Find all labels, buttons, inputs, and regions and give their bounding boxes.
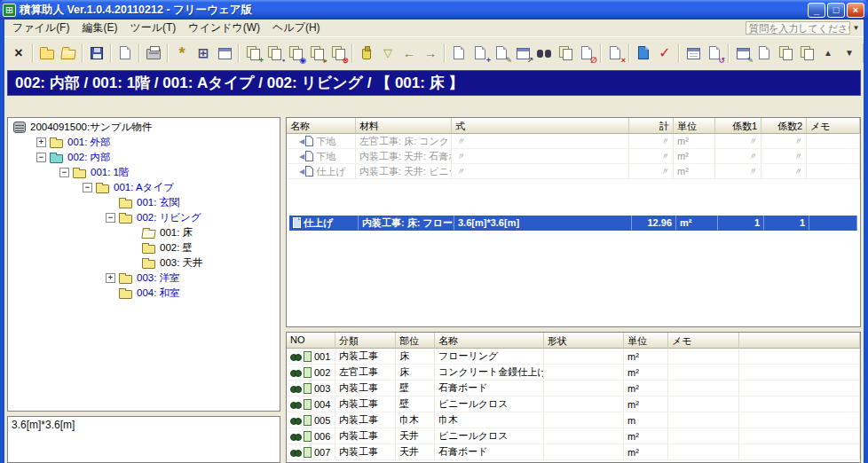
maximize-button[interactable]: □ [827, 3, 845, 18]
menu-item-0[interactable]: ファイル(F) [6, 20, 75, 37]
master-row[interactable]: 003内装工事壁石膏ボードm² [287, 381, 860, 396]
item-block-button[interactable]: ∅ [576, 43, 597, 64]
tree-node-9[interactable]: 003: 天井 [10, 255, 280, 271]
refresh-document-button[interactable]: ↺ [704, 43, 725, 64]
delete-x-button[interactable]: × [8, 43, 29, 64]
cell-text: m² [627, 399, 639, 410]
column-header-blank[interactable] [739, 333, 860, 349]
master-row[interactable]: 002左官工事床コンクリート金鏝仕上げm² [287, 365, 860, 381]
minimize-button[interactable]: _ [808, 3, 825, 18]
item-properties-button[interactable]: ↗ [512, 43, 533, 64]
open-folder-icon [141, 230, 155, 239]
calculator-button[interactable]: ⊞ [193, 43, 214, 64]
help-question-input[interactable]: 質問を入力してください [746, 21, 850, 35]
menu-item-1[interactable]: 編集(E) [75, 20, 123, 37]
cell-text: 001 [314, 351, 330, 362]
collapse-minus-icon[interactable]: − [59, 168, 69, 177]
menu-item-4[interactable]: ヘルプ(H) [266, 20, 327, 37]
detail-row[interactable]: ◀下地内装工事: 天井: 石膏ボー...〃〃m²〃〃 [287, 149, 860, 164]
column-header-名称[interactable]: 名称 [435, 333, 544, 349]
detail-row[interactable]: ◀下地左官工事: 床: コンクリー...〃〃m²〃〃 [287, 134, 860, 149]
column-header-メモ[interactable]: メモ [668, 333, 739, 349]
collapse-minus-icon[interactable]: − [106, 213, 115, 223]
table-view-button[interactable] [683, 43, 704, 64]
tree-node-10[interactable]: +003: 洋室 [10, 271, 280, 286]
master-row[interactable]: 005内装工事巾木巾木m [287, 412, 860, 428]
column-header-名称[interactable]: 名称 [287, 118, 356, 134]
tree-node-1[interactable]: +001: 外部 [10, 135, 280, 150]
item-new-button[interactable] [448, 43, 470, 64]
menu-item-2[interactable]: ツール(T) [123, 20, 182, 37]
tree-node-5[interactable]: 001: 玄関 [10, 195, 280, 210]
copy-paste-button[interactable]: ▪ [264, 43, 285, 64]
nav-back-button[interactable]: ← [398, 43, 420, 64]
item-copy-button[interactable] [555, 43, 576, 64]
column-header-係数2[interactable]: 係数2 [761, 118, 807, 134]
menu-item-3[interactable]: ウインドウ(W) [182, 20, 266, 37]
window-paste-button[interactable] [796, 43, 817, 64]
detail-row[interactable]: ◀仕上げ内装工事: 天井: ビニー...〃〃m²〃〃 [287, 164, 860, 179]
column-header-NO[interactable]: NO [287, 333, 335, 349]
tree-node-7[interactable]: 001: 床 [10, 225, 280, 240]
master-row[interactable]: 001内装工事床フローリングm² [287, 349, 860, 365]
move-up-button[interactable]: ▲ [817, 43, 839, 64]
collapse-minus-icon[interactable]: − [83, 183, 92, 192]
tree-node-2[interactable]: −002: 内部 [10, 150, 280, 165]
confirm-check-button[interactable]: ✓ [654, 43, 675, 64]
copy-add-button[interactable]: + [242, 43, 264, 64]
collapse-minus-icon[interactable]: − [36, 153, 46, 162]
move-down-button[interactable]: ▼ [839, 43, 860, 64]
column-header-材料[interactable]: 材料 [356, 118, 452, 134]
filter-funnel-button[interactable]: ▽ [377, 43, 398, 64]
tree-node-0[interactable]: 2004091500:サンプル物件 [10, 120, 280, 135]
copy-open-button[interactable]: ▸ [306, 43, 327, 64]
column-header-単位[interactable]: 単位 [624, 333, 668, 349]
question-dropdown-icon[interactable]: ▼ [850, 21, 862, 35]
formula-editor[interactable]: 3.6[m]*3.6[m] [7, 416, 280, 463]
tree-node-8[interactable]: 002: 壁 [10, 240, 280, 255]
new-document-button[interactable] [114, 43, 136, 64]
nav-forward-button[interactable]: → [420, 43, 441, 64]
save-button[interactable] [86, 43, 107, 64]
expand-plus-icon[interactable]: + [106, 273, 115, 283]
property-list-button[interactable] [214, 43, 235, 64]
column-header-単位[interactable]: 単位 [674, 118, 715, 134]
toolbar-separator [138, 43, 140, 63]
column-header-分類[interactable]: 分類 [335, 333, 396, 349]
new-folder-button[interactable] [36, 43, 58, 64]
column-header-部位[interactable]: 部位 [396, 333, 435, 349]
edit-entry-button[interactable]: ✎ [732, 43, 754, 64]
find-button[interactable] [533, 43, 555, 64]
window-copy-button[interactable] [775, 43, 796, 64]
column-header-式[interactable]: 式 [452, 118, 629, 134]
column-header-計[interactable]: 計 [629, 118, 674, 134]
column-header-形状[interactable]: 形状 [544, 333, 624, 349]
column-header-メモ[interactable]: メモ [807, 118, 860, 134]
item-add-button[interactable]: + [470, 43, 491, 64]
column-header-係数1[interactable]: 係数1 [715, 118, 761, 134]
tree-connector [129, 258, 138, 268]
copy-delete-button[interactable]: ⊗ [327, 43, 349, 64]
small-document-button[interactable] [754, 43, 775, 64]
item-delete-button[interactable]: × [604, 43, 626, 64]
tree-node-6[interactable]: −002: リビング [10, 210, 280, 225]
master-row[interactable]: 004内装工事壁ビニールクロスm² [287, 396, 860, 412]
detail-row[interactable]: 仕上げ内装工事: 床: フロー...3.6[m]*3.6[m]12.96m²11 [289, 216, 857, 231]
tree-node-11[interactable]: 004: 和室 [10, 286, 280, 301]
ink-bottle-button[interactable] [356, 43, 377, 64]
master-row[interactable]: 006内装工事天井ビニールクロスm² [287, 428, 860, 444]
tree-node-4[interactable]: −001: Aタイプ [10, 180, 280, 195]
master-row[interactable]: 007内装工事天井石膏ボードm² [287, 444, 860, 460]
wizard-button[interactable]: * [171, 43, 193, 64]
tree-node-3[interactable]: −001: 1階 [10, 165, 280, 180]
expand-plus-icon[interactable]: + [36, 137, 46, 147]
item-edit-button[interactable]: ✎ [491, 43, 512, 64]
document-icon [304, 367, 312, 378]
print-button[interactable] [143, 43, 164, 64]
blue-document-button[interactable] [633, 43, 654, 64]
cell-text: ビニールクロス [438, 429, 509, 443]
open-folder-button[interactable] [58, 43, 79, 64]
close-button[interactable]: × [847, 3, 864, 18]
copy-link-button[interactable]: ◉ [285, 43, 306, 64]
cell-text: m² [627, 367, 639, 378]
